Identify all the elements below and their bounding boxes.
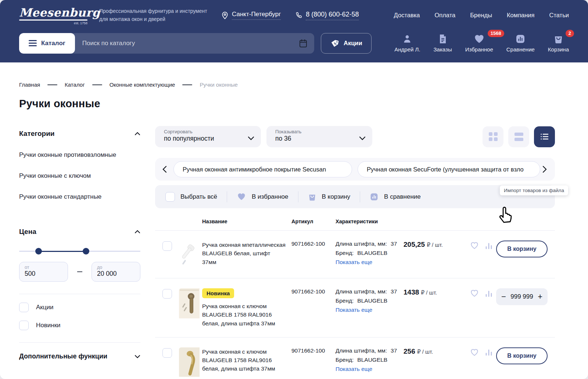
subcategory-carousel: Ручная оконная антимикробное покрытие Se… xyxy=(155,158,555,181)
brand-logo[interactable]: Meesenburg est. 1758 xyxy=(19,6,91,25)
favorite-icon[interactable] xyxy=(470,241,479,250)
chip-secusan[interactable]: Ручная оконная антимикробное покрытие Se… xyxy=(173,161,352,177)
nav-company[interactable]: Компания xyxy=(507,12,535,19)
favorite-icon[interactable] xyxy=(470,348,479,357)
select-all[interactable]: Выбрать всё xyxy=(165,192,217,202)
city-label: Санкт-Петербург xyxy=(232,11,281,20)
page-size-select[interactable]: Показывать по 36 xyxy=(266,126,372,147)
favorites-button[interactable]: 1568 Избранное xyxy=(465,34,493,53)
compare-button[interactable]: Сравнение xyxy=(506,34,535,53)
show-more-link[interactable]: Показать еще xyxy=(336,259,404,266)
nav-brands[interactable]: Бренды xyxy=(470,12,492,19)
divider xyxy=(298,191,298,202)
cart-button[interactable]: 2 Корзина xyxy=(548,34,569,53)
phone-link[interactable]: 8 (800) 600-62-58 xyxy=(295,11,359,20)
product-price: 1438 ₽ / шт. xyxy=(404,288,470,296)
promos-button[interactable]: % Акции xyxy=(321,33,372,54)
table-header: Название Артикул Характеристики xyxy=(155,213,555,231)
search-input[interactable] xyxy=(75,33,299,54)
product-image[interactable] xyxy=(179,347,202,378)
product-name[interactable]: Ручка оконная с ключом BLAUGELB 1758 RAL… xyxy=(202,302,286,328)
bulk-cart-button[interactable]: В корзину xyxy=(308,192,351,201)
show-more-link[interactable]: Показать еще xyxy=(336,366,404,372)
view-grid-button[interactable] xyxy=(483,126,503,147)
breadcrumb-catalog[interactable]: Каталог xyxy=(65,82,85,88)
chip-secuforte[interactable]: Ручная оконная SecuForte (улучшенная защ… xyxy=(358,161,540,177)
catalog-button[interactable]: Каталог xyxy=(19,33,75,54)
cart-icon xyxy=(553,34,563,44)
product-specs: Длина штифта, мм:37 Бренд:BLAUGELB Показ… xyxy=(336,288,404,313)
catalog-button-label: Каталог xyxy=(41,40,65,47)
product-name[interactable]: Ручка оконная с ключом BLAUGELB 1758 RAL… xyxy=(202,347,286,373)
product-image[interactable] xyxy=(179,288,202,320)
row-checkbox[interactable] xyxy=(162,289,172,299)
breadcrumb-home[interactable]: Главная xyxy=(19,82,40,88)
breadcrumb-components[interactable]: Оконные комплектующие xyxy=(110,82,175,88)
view-list-button[interactable] xyxy=(534,126,555,147)
view-cards-button[interactable] xyxy=(508,126,529,147)
sidebar-item-standard[interactable]: Ручки оконные стандартные xyxy=(19,193,140,201)
heart-icon xyxy=(474,34,485,44)
bulk-favorite-button[interactable]: В избранное xyxy=(237,192,288,201)
price-title: Цена xyxy=(19,228,36,236)
promos-checkbox[interactable] xyxy=(19,303,29,312)
show-more-link[interactable]: Показать еще xyxy=(336,307,404,313)
product-name[interactable]: Ручка оконная мпеталлическая BLAUGELB бе… xyxy=(202,241,286,266)
select-all-label: Выбрать всё xyxy=(180,193,217,201)
city-selector[interactable]: Санкт-Петербург xyxy=(221,11,281,20)
price-section-toggle[interactable]: Цена xyxy=(19,228,140,236)
qty-plus-button[interactable]: + xyxy=(538,293,542,301)
carousel-prev-button[interactable] xyxy=(160,163,169,175)
catalog-main: Сортировать по популярности Показывать п… xyxy=(155,126,555,379)
filter-promos[interactable]: Акции xyxy=(19,303,140,312)
divider xyxy=(227,191,227,202)
header: Meesenburg est. 1758 Профессиональная фу… xyxy=(0,0,588,62)
brand-est: est. 1758 xyxy=(19,21,87,25)
table-row: Новинка Ручка оконная с ключом BLAUGELB … xyxy=(155,278,555,338)
profile-button[interactable]: Андрей Л. xyxy=(394,34,420,53)
nav-delivery[interactable]: Доставка xyxy=(394,12,420,19)
slider-handle-min[interactable] xyxy=(35,248,42,255)
logo-underline xyxy=(19,19,87,21)
price-range-slider[interactable] xyxy=(19,248,140,255)
product-image[interactable] xyxy=(179,241,202,268)
add-to-cart-button[interactable]: В корзину xyxy=(496,241,548,257)
carousel-next-button[interactable] xyxy=(540,163,549,175)
breadcrumb-current: Ручки оконные xyxy=(200,82,238,88)
nav-articles[interactable]: Статьи xyxy=(549,12,569,19)
qty-minus-button[interactable]: − xyxy=(501,293,506,301)
sort-select[interactable]: Сортировать по популярности xyxy=(155,126,261,147)
location-pin-icon xyxy=(221,11,229,19)
slider-handle-max[interactable] xyxy=(83,248,89,255)
price-to-label: до xyxy=(97,265,135,270)
breadcrumb-separator xyxy=(182,84,192,85)
price-dash xyxy=(68,271,92,272)
extra-functions-toggle[interactable]: Дополнительные функции xyxy=(19,353,140,360)
bulk-cart-label: В корзину xyxy=(322,193,351,201)
row-checkbox[interactable] xyxy=(162,348,172,358)
sale-tag-icon: % xyxy=(330,39,340,48)
row-checkbox[interactable] xyxy=(162,241,172,251)
orders-button[interactable]: Заказы xyxy=(434,34,452,53)
new-checkbox[interactable] xyxy=(19,321,29,330)
sort-value: по популярности xyxy=(164,135,214,142)
sidebar-item-antiburglary[interactable]: Ручки оконные противовзломные xyxy=(19,151,140,159)
select-all-checkbox[interactable] xyxy=(165,192,175,202)
page-title: Ручки оконные xyxy=(0,98,588,110)
calendar-icon[interactable] xyxy=(299,39,308,48)
compare-icon[interactable] xyxy=(485,348,492,356)
compare-icon[interactable] xyxy=(485,289,492,297)
add-to-cart-button[interactable]: В корзину xyxy=(496,347,548,364)
price-from-input[interactable] xyxy=(25,270,62,278)
chevron-down-icon xyxy=(248,136,254,140)
sidebar-item-with-key[interactable]: Ручки оконные с ключом xyxy=(19,172,140,180)
favorite-icon[interactable] xyxy=(470,289,479,297)
product-sku: 9071662-100 xyxy=(286,288,336,295)
filter-new[interactable]: Новинки xyxy=(19,321,140,330)
qty-value[interactable]: 999 999 xyxy=(510,293,533,300)
compare-icon[interactable] xyxy=(485,242,492,250)
bulk-compare-button[interactable]: В сравнение xyxy=(370,192,421,201)
price-to-input[interactable] xyxy=(97,270,135,278)
nav-payment[interactable]: Оплата xyxy=(434,12,455,19)
categories-section-toggle[interactable]: Категории xyxy=(19,130,140,138)
